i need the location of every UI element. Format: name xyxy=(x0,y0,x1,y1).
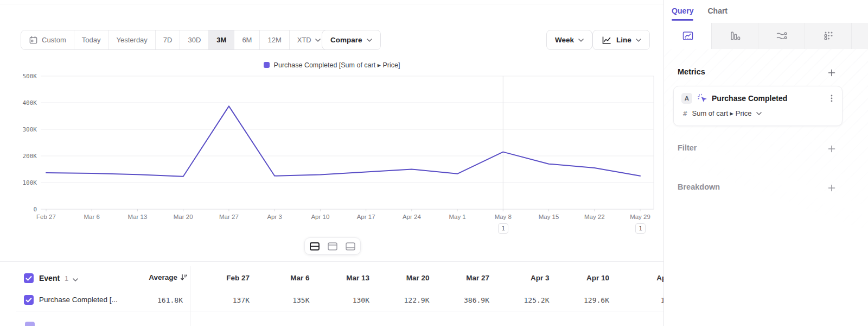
add-breakdown-button[interactable] xyxy=(827,183,837,193)
x-axis-tick-label: Feb 27 xyxy=(36,214,56,220)
row-cell-value: 135K xyxy=(256,296,310,304)
bar-chart-icon xyxy=(729,30,741,41)
date-column-header[interactable]: Mar 20 xyxy=(375,274,430,282)
date-column-header[interactable]: Mar 6 xyxy=(256,274,310,282)
x-axis-tick-label: May 22 xyxy=(584,214,605,220)
chevron-down-icon xyxy=(756,112,762,115)
chevron-down-icon[interactable] xyxy=(73,278,78,281)
report-type-retention-dots-icon[interactable] xyxy=(805,23,851,49)
metric-property: Sum of cart ▸ Price xyxy=(692,109,752,117)
x-axis-tick-label: Apr 10 xyxy=(311,214,329,220)
flows-icon xyxy=(776,30,788,41)
date-column-header[interactable]: Mar 27 xyxy=(435,274,489,282)
report-type-flows-icon[interactable] xyxy=(758,23,805,49)
metric-card[interactable]: A Purchase Completed # Sum of cart ▸ Pri… xyxy=(673,86,843,126)
date-column-header[interactable]: Apr 10 xyxy=(555,274,609,282)
x-axis-tick-label: Mar 13 xyxy=(128,214,148,220)
row-cell-value: 122.9K xyxy=(375,296,430,304)
row-cell-value: 14 xyxy=(615,296,669,304)
add-filter-button[interactable] xyxy=(827,144,837,154)
layout-toggle-group xyxy=(304,237,361,255)
row-average-value: 161.8K xyxy=(129,296,183,304)
query-sidebar: QueryChart Metrics A Purchase Completed … xyxy=(663,0,868,326)
breakdown-table: Event 1 Average Feb 27Mar 6Mar 13Mar 20M… xyxy=(0,262,663,326)
row-cell-value: 137K xyxy=(195,296,250,304)
metric-name: Purchase Completed xyxy=(712,94,787,103)
retention-dots-icon xyxy=(822,30,834,41)
average-column-header[interactable]: Average xyxy=(108,273,188,281)
layout-toggle-table-bottom[interactable] xyxy=(342,239,359,254)
insights-report: CustomTodayYesterday7D30D3M6M12MXTD Comp… xyxy=(0,0,868,326)
table-column-divider xyxy=(190,266,190,326)
metric-property-selector[interactable]: # Sum of cart ▸ Price xyxy=(683,109,762,117)
kebab-menu-icon[interactable] xyxy=(827,94,836,103)
x-axis-tick-label: Mar 20 xyxy=(174,214,193,220)
date-column-header[interactable]: Feb 27 xyxy=(195,274,250,282)
annotation-count-badge[interactable]: 1 xyxy=(635,223,646,234)
report-type-insights-line-icon[interactable] xyxy=(665,23,711,49)
select-all-checkbox[interactable] xyxy=(24,273,34,283)
sort-descending-icon xyxy=(180,273,188,281)
sidebar-tab-chart[interactable]: Chart xyxy=(707,7,727,21)
breakdown-heading: Breakdown xyxy=(678,183,720,191)
row-checkbox[interactable] xyxy=(24,295,34,305)
chart-and-table-icon xyxy=(309,242,320,251)
report-type-bar-chart-icon[interactable] xyxy=(711,23,758,49)
sidebar-tab-query[interactable]: Query xyxy=(672,7,693,21)
date-column-header[interactable]: Apr 3 xyxy=(495,274,550,282)
numeric-property-icon: # xyxy=(683,109,687,117)
y-axis-tick-label: 100K xyxy=(23,179,37,186)
y-axis-tick-label: 400K xyxy=(23,99,37,106)
event-column-header[interactable]: Event xyxy=(39,274,60,283)
y-axis-tick-label: 0 xyxy=(33,206,37,213)
chart-top-icon xyxy=(327,242,338,251)
x-axis-tick-label: Apr 17 xyxy=(357,214,375,220)
next-row-checkbox-partial xyxy=(25,322,35,326)
row-event-label[interactable]: Purchase Completed [... xyxy=(39,296,118,304)
table-bottom-icon xyxy=(345,242,356,251)
x-axis-tick-label: May 15 xyxy=(539,214,559,220)
report-main-area: CustomTodayYesterday7D30D3M6M12MXTD Comp… xyxy=(0,0,663,326)
average-label: Average xyxy=(149,273,177,281)
x-axis-tick-label: Mar 27 xyxy=(219,214,239,220)
table-row-divider xyxy=(16,311,663,311)
add-metric-button[interactable] xyxy=(827,68,837,78)
y-axis-tick-label: 500K xyxy=(23,73,37,80)
filter-heading: Filter xyxy=(678,143,697,152)
y-axis-tick-label: 200K xyxy=(23,153,37,160)
x-axis-tick-label: May 1 xyxy=(449,214,465,220)
layout-toggle-chart-and-table[interactable] xyxy=(306,239,323,254)
row-cell-value: 130K xyxy=(315,296,369,304)
series-line-purchase-completed[interactable] xyxy=(46,106,640,176)
sidebar-watermark xyxy=(664,49,868,234)
annotation-count-badge[interactable]: 1 xyxy=(498,223,508,234)
layout-toggle-chart-top[interactable] xyxy=(324,239,341,254)
sidebar-tabs: QueryChart xyxy=(672,7,727,21)
date-column-header[interactable]: Mar 13 xyxy=(315,274,369,282)
metrics-heading: Metrics xyxy=(678,67,705,76)
date-column-header[interactable]: Apr xyxy=(615,274,669,282)
x-axis-tick-label: May 29 xyxy=(630,214,650,220)
row-cell-value: 386.9K xyxy=(435,296,489,304)
y-axis-tick-label: 300K xyxy=(23,126,37,133)
report-type-cell-partial xyxy=(851,23,868,49)
line-chart[interactable]: 0100K200K300K400K500KFeb 27Mar 6Mar 13Ma… xyxy=(0,0,663,261)
x-axis-tick-label: Apr 24 xyxy=(403,214,421,220)
insights-line-icon xyxy=(682,30,694,41)
x-axis-tick-label: May 8 xyxy=(495,214,512,220)
event-count: 1 xyxy=(65,274,68,283)
x-axis-tick-label: Mar 6 xyxy=(84,214,100,220)
row-cell-value: 125.2K xyxy=(495,296,550,304)
row-cell-value: 129.6K xyxy=(555,296,609,304)
event-sparkle-icon xyxy=(697,93,707,103)
x-axis-tick-label: Apr 3 xyxy=(267,214,282,220)
report-type-icon-row xyxy=(665,23,868,49)
metric-letter-badge: A xyxy=(681,93,692,104)
